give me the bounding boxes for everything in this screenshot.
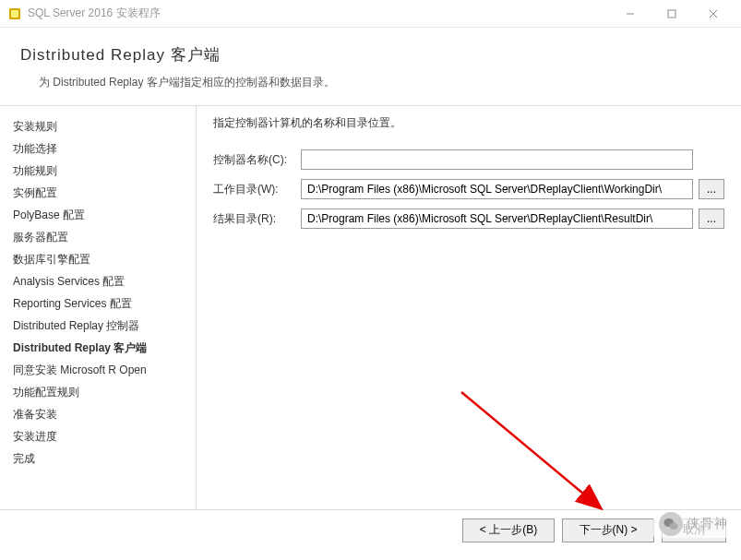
resultdir-label: 结果目录(R):: [213, 211, 301, 227]
workdir-input[interactable]: [301, 179, 693, 199]
sidebar-item-13[interactable]: 准备安装: [13, 403, 196, 425]
window-title: SQL Server 2016 安装程序: [28, 6, 609, 21]
controller-label: 控制器名称(C):: [213, 152, 301, 168]
sidebar-item-3[interactable]: 实例配置: [13, 182, 196, 204]
workdir-label: 工作目录(W):: [213, 182, 301, 197]
sidebar-item-6[interactable]: 数据库引擎配置: [13, 248, 196, 270]
app-icon: [7, 6, 22, 21]
sidebar-item-14[interactable]: 安装进度: [13, 425, 196, 447]
sidebar-item-8[interactable]: Reporting Services 配置: [13, 292, 196, 315]
wechat-text: 侠骨神: [687, 516, 728, 532]
svg-point-9: [670, 523, 678, 530]
resultdir-input[interactable]: [301, 209, 693, 229]
close-button[interactable]: [692, 1, 734, 27]
sidebar-item-15[interactable]: 完成: [13, 447, 196, 470]
minimize-button[interactable]: [609, 1, 651, 27]
sidebar-item-5[interactable]: 服务器配置: [13, 226, 196, 248]
resultdir-row: 结果目录(R): ...: [213, 209, 724, 229]
resultdir-browse-button[interactable]: ...: [699, 209, 724, 229]
controller-row: 控制器名称(C):: [213, 149, 724, 170]
window-controls: [609, 1, 734, 27]
wechat-watermark: 侠骨神: [653, 510, 734, 538]
main-panel: 指定控制器计算机的名称和目录位置。 控制器名称(C): 工作目录(W): ...…: [196, 106, 741, 509]
wechat-icon: [659, 512, 683, 536]
sidebar-item-0[interactable]: 安装规则: [13, 115, 196, 137]
next-button[interactable]: 下一步(N) >: [562, 518, 654, 542]
sidebar-item-4[interactable]: PolyBase 配置: [13, 204, 196, 226]
controller-input[interactable]: [301, 149, 693, 170]
svg-rect-1: [11, 10, 18, 18]
instruction-text: 指定控制器计算机的名称和目录位置。: [213, 115, 724, 131]
sidebar-item-1[interactable]: 功能选择: [13, 137, 196, 160]
sidebar-item-11[interactable]: 同意安装 Microsoft R Open: [13, 359, 196, 381]
back-button[interactable]: < 上一步(B): [462, 518, 555, 542]
content-area: 安装规则功能选择功能规则实例配置PolyBase 配置服务器配置数据库引擎配置A…: [0, 106, 741, 509]
page-subtitle: 为 Distributed Replay 客户端指定相应的控制器和数据目录。: [20, 75, 721, 90]
sidebar-item-9[interactable]: Distributed Replay 控制器: [13, 315, 196, 337]
titlebar: SQL Server 2016 安装程序: [0, 0, 741, 28]
sidebar-item-2[interactable]: 功能规则: [13, 160, 196, 182]
workdir-row: 工作目录(W): ...: [213, 179, 724, 199]
sidebar-item-12[interactable]: 功能配置规则: [13, 381, 196, 403]
page-header: Distributed Replay 客户端 为 Distributed Rep…: [0, 28, 741, 106]
page-title: Distributed Replay 客户端: [20, 44, 721, 66]
sidebar-item-10[interactable]: Distributed Replay 客户端: [13, 337, 196, 359]
sidebar-item-7[interactable]: Analysis Services 配置: [13, 270, 196, 292]
footer-bar: < 上一步(B) 下一步(N) > 取消: [0, 509, 741, 550]
sidebar: 安装规则功能选择功能规则实例配置PolyBase 配置服务器配置数据库引擎配置A…: [0, 106, 196, 509]
svg-rect-3: [668, 10, 675, 18]
workdir-browse-button[interactable]: ...: [699, 179, 724, 199]
maximize-button[interactable]: [651, 1, 692, 27]
